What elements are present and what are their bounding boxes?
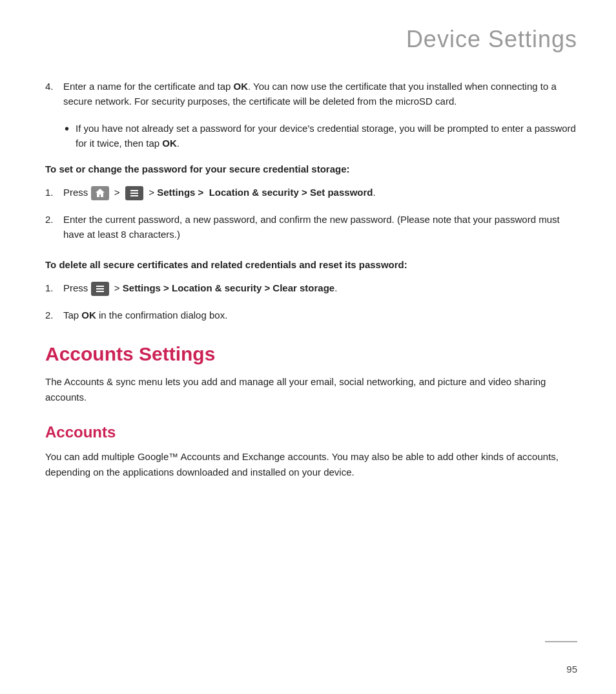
svg-rect-3 (96, 286, 104, 287)
svg-rect-0 (130, 190, 138, 191)
settings-path-2: Settings > Location & security > Clear s… (123, 282, 334, 293)
step-clear-1-number: 1. (45, 280, 63, 296)
step-set-1-number: 1. (45, 185, 63, 200)
page-title: Device Settings (39, 26, 577, 53)
page-number: 95 (566, 664, 577, 675)
content-area: 4. Enter a name for the certificate and … (39, 79, 577, 480)
step-set-2: 2. Enter the current password, a new pas… (45, 212, 577, 242)
ok-label-3: OK (81, 310, 96, 321)
ok-label-2: OK (162, 138, 177, 149)
bullet-text: If you have not already set a password f… (76, 121, 577, 151)
step-clear-2-text: Tap OK in the confirmation dialog box. (63, 308, 577, 322)
accounts-settings-title: Accounts Settings (45, 343, 577, 365)
step-set-2-text: Enter the current password, a new passwo… (63, 212, 577, 242)
accounts-settings-description: The Accounts & sync menu lets you add an… (45, 374, 577, 405)
step-set-1: 1. Press > > Settings > Location & secur… (45, 185, 577, 200)
ok-label-1: OK (233, 81, 248, 92)
step-set-1-text: Press > > Settings > Location & security… (63, 185, 577, 200)
accounts-description: You can add multiple Google™ Accounts an… (45, 449, 577, 480)
section-heading-delete: To delete all secure certificates and re… (45, 258, 577, 271)
menu-icon-1 (125, 186, 143, 200)
step-4-text: Enter a name for the certificate and tap… (63, 79, 577, 109)
svg-rect-4 (96, 288, 104, 289)
home-icon (91, 186, 109, 200)
divider-line (545, 641, 577, 642)
step-4-number: 4. (45, 79, 63, 109)
step-clear-2-number: 2. (45, 308, 63, 322)
step-clear-2: 2. Tap OK in the confirmation dialog box… (45, 308, 577, 322)
step-clear-1: 1. Press > Settings > Location & securit… (45, 280, 577, 296)
bullet-list: • If you have not already set a password… (65, 121, 577, 151)
bullet-item-1: • If you have not already set a password… (65, 121, 577, 151)
settings-path-1: Settings > Location & security > Set pas… (157, 187, 373, 198)
bullet-dot: • (65, 119, 69, 139)
menu-icon-2 (91, 282, 109, 296)
step-4-item: 4. Enter a name for the certificate and … (45, 79, 577, 109)
svg-rect-2 (130, 195, 138, 196)
step-clear-1-text: Press > Settings > Location & security >… (63, 280, 577, 296)
step-set-2-number: 2. (45, 212, 63, 242)
svg-rect-5 (96, 291, 104, 292)
accounts-subtitle: Accounts (45, 423, 577, 441)
page-container: Device Settings 4. Enter a name for the … (0, 0, 616, 694)
svg-rect-1 (130, 193, 138, 194)
section-heading-set-password: To set or change the password for your s… (45, 162, 577, 176)
